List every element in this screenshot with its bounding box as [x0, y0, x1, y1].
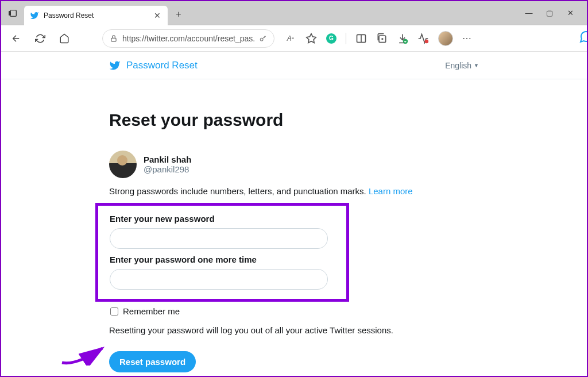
lock-icon — [110, 34, 118, 43]
header-title: Password Reset — [126, 60, 198, 71]
main-content: Reset your password Pankil shah @pankil2… — [1, 79, 587, 372]
new-tab-button[interactable]: + — [170, 6, 187, 23]
user-handle: @pankil298 — [144, 164, 191, 174]
page-header: Password Reset English ▼ — [1, 52, 587, 79]
tab-actions-button[interactable] — [5, 5, 22, 22]
svg-rect-2 — [111, 38, 116, 41]
downloads-icon[interactable] — [397, 33, 408, 44]
home-button[interactable] — [55, 29, 74, 48]
remember-me-checkbox[interactable] — [110, 307, 118, 316]
twitter-favicon-icon — [30, 11, 39, 20]
user-info: Pankil shah @pankil298 — [109, 151, 479, 178]
svg-rect-1 — [9, 11, 11, 15]
password-hint: Strong passwords include numbers, letter… — [109, 186, 479, 196]
svg-point-3 — [260, 38, 263, 41]
twitter-logo-icon — [109, 60, 121, 71]
annotation-highlight: Enter your new password Enter your passw… — [95, 203, 349, 302]
svg-point-11 — [425, 39, 429, 43]
password-key-icon — [259, 34, 267, 43]
reset-note: Resetting your password will log you out… — [109, 325, 479, 335]
browser-tab-strip: Password Reset ✕ + — ▢ ✕ — [1, 1, 587, 25]
svg-rect-0 — [10, 10, 17, 16]
more-menu-button[interactable]: ⋯ — [462, 33, 472, 44]
tab-close-button[interactable]: ✕ — [153, 11, 162, 20]
back-button[interactable] — [7, 29, 25, 48]
separator — [346, 33, 346, 44]
split-screen-icon[interactable] — [355, 33, 367, 44]
language-selector[interactable]: English ▼ — [445, 61, 479, 70]
user-name: Pankil shah — [144, 155, 191, 164]
refresh-button[interactable] — [31, 29, 49, 48]
learn-more-link[interactable]: Learn more — [369, 186, 413, 196]
new-password-input[interactable] — [110, 228, 328, 249]
confirm-password-label: Enter your password one more time — [110, 255, 335, 264]
user-avatar — [109, 151, 137, 178]
read-aloud-icon[interactable]: A» — [285, 33, 296, 44]
url-text: https://twitter.com/account/reset_pas... — [122, 34, 254, 43]
close-window-button[interactable]: ✕ — [566, 9, 574, 17]
profile-avatar[interactable] — [438, 31, 453, 46]
page-heading: Reset your password — [109, 110, 479, 130]
performance-icon[interactable] — [417, 33, 429, 44]
caret-down-icon: ▼ — [474, 63, 479, 68]
browser-tab-active[interactable]: Password Reset ✕ — [24, 6, 168, 25]
minimize-button[interactable]: — — [525, 9, 533, 17]
tab-title: Password Reset — [44, 11, 148, 20]
address-bar[interactable]: https://twitter.com/account/reset_pas... — [102, 29, 274, 48]
browser-toolbar: https://twitter.com/account/reset_pas...… — [1, 25, 587, 52]
window-controls: — ▢ ✕ — [525, 9, 583, 17]
reset-password-button[interactable]: Reset password — [109, 351, 196, 372]
remember-me-label: Remember me — [123, 306, 180, 316]
svg-marker-4 — [307, 33, 316, 43]
grammarly-extension-icon[interactable]: G — [326, 33, 336, 44]
new-password-label: Enter your new password — [110, 214, 335, 224]
favorite-star-icon[interactable] — [305, 33, 317, 44]
maximize-button[interactable]: ▢ — [546, 9, 554, 17]
chat-bubble-icon[interactable] — [579, 30, 588, 44]
collections-icon[interactable] — [376, 33, 388, 44]
confirm-password-input[interactable] — [110, 269, 328, 290]
